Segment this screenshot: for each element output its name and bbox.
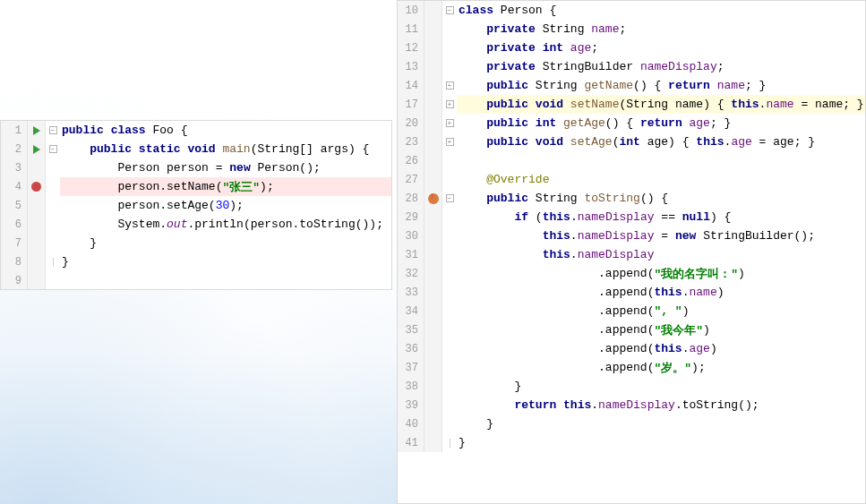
fold-gutter[interactable]: +	[442, 76, 457, 95]
token-kw: private	[486, 60, 536, 73]
code-text[interactable]: .append("我的名字叫：")	[457, 264, 865, 283]
fold-gutter[interactable]: −	[442, 189, 457, 208]
code-text[interactable]: public class Foo {	[60, 121, 391, 140]
fold-expand-icon[interactable]: +	[446, 100, 454, 108]
fold-gutter[interactable]: −	[46, 140, 60, 158]
code-text[interactable]: public void setAge(int age) { this.age =…	[457, 132, 865, 151]
code-line[interactable]: 28− public String toString() {	[398, 189, 865, 208]
token-kw: class	[459, 4, 493, 17]
code-text[interactable]: return this.nameDisplay.toString();	[457, 396, 865, 414]
code-text[interactable]: private String name;	[457, 20, 865, 38]
code-line[interactable]: 30 this.nameDisplay = new StringBuilder(…	[398, 226, 865, 245]
editor-pane-left[interactable]: 1−public class Foo {2− public static voi…	[0, 120, 392, 290]
fold-gutter[interactable]	[442, 433, 457, 452]
code-line[interactable]: 33 .append(this.name)	[398, 283, 865, 302]
code-line[interactable]: 1−public class Foo {	[1, 121, 391, 140]
fold-gutter[interactable]: +	[442, 114, 457, 132]
code-line[interactable]: 35 .append("我今年")	[398, 320, 865, 339]
code-text[interactable]: class Person {	[457, 1, 865, 20]
code-text[interactable]: this.nameDisplay = new StringBuilder();	[457, 226, 865, 245]
code-line[interactable]: 41}	[398, 433, 865, 452]
code-text[interactable]: public String toString() {	[457, 189, 865, 208]
code-text[interactable]: private StringBuilder nameDisplay;	[457, 57, 865, 76]
code-lines-right[interactable]: 10−class Person {11 private String name;…	[398, 1, 865, 503]
code-text[interactable]: }	[457, 377, 865, 396]
run-icon[interactable]	[33, 126, 40, 135]
code-line[interactable]: 37 .append("岁。");	[398, 358, 865, 377]
code-line[interactable]: 14+ public String getName() { return nam…	[398, 76, 865, 95]
override-icon[interactable]	[428, 193, 439, 204]
code-text[interactable]: Person person = new Person();	[60, 158, 391, 177]
code-line[interactable]: 39 return this.nameDisplay.toString();	[398, 396, 865, 414]
code-lines-left[interactable]: 1−public class Foo {2− public static voi…	[1, 121, 391, 289]
code-line[interactable]: 40 }	[398, 414, 865, 433]
code-text[interactable]: .append(this.name)	[457, 283, 865, 302]
fold-collapse-icon[interactable]: −	[49, 126, 57, 134]
fold-gutter[interactable]	[46, 252, 60, 271]
token-punc: .	[725, 135, 732, 149]
code-line[interactable]: 36 .append(this.age)	[398, 339, 865, 358]
code-line[interactable]: 9	[1, 271, 391, 289]
code-line[interactable]: 29 if (this.nameDisplay == null) {	[398, 208, 865, 226]
run-icon[interactable]	[33, 145, 40, 154]
code-line[interactable]: 12 private int age;	[398, 38, 865, 57]
code-text[interactable]: this.nameDisplay	[457, 245, 865, 264]
code-line[interactable]: 23+ public void setAge(int age) { this.a…	[398, 132, 865, 151]
code-line[interactable]: 8}	[1, 252, 391, 271]
code-line[interactable]: 17+ public void setName(String name) { t…	[398, 95, 865, 114]
fold-collapse-icon[interactable]: −	[49, 145, 57, 153]
gutter-status[interactable]	[28, 140, 46, 158]
code-text[interactable]: public String getName() { return name; }	[457, 76, 865, 95]
code-text[interactable]: @Override	[457, 170, 865, 189]
code-line[interactable]: 4 person.setName("张三");	[1, 177, 391, 196]
code-line[interactable]: 32 .append("我的名字叫：")	[398, 264, 865, 283]
code-text[interactable]: public int getAge() { return age; }	[457, 114, 865, 132]
fold-expand-icon[interactable]: +	[446, 138, 454, 146]
code-line[interactable]: 13 private StringBuilder nameDisplay;	[398, 57, 865, 76]
gutter-status[interactable]	[424, 189, 442, 208]
code-line[interactable]: 27 @Override	[398, 170, 865, 189]
fold-gutter[interactable]: −	[442, 1, 457, 20]
code-text[interactable]: }	[60, 234, 391, 252]
code-line[interactable]: 10−class Person {	[398, 1, 865, 20]
code-line[interactable]: 20+ public int getAge() { return age; }	[398, 114, 865, 132]
code-text[interactable]: .append(", ")	[457, 302, 865, 320]
code-line[interactable]: 31 this.nameDisplay	[398, 245, 865, 264]
code-line[interactable]: 2− public static void main(String[] args…	[1, 140, 391, 158]
code-line[interactable]: 6 System.out.println(person.toString());	[1, 215, 391, 234]
code-text[interactable]: .append("岁。");	[457, 358, 865, 377]
code-text[interactable]: person.setAge(30);	[60, 196, 391, 215]
code-line[interactable]: 5 person.setAge(30);	[1, 196, 391, 215]
fold-expand-icon[interactable]: +	[446, 119, 454, 127]
breakpoint-icon[interactable]	[31, 182, 41, 192]
gutter-status[interactable]	[28, 121, 46, 140]
code-line[interactable]: 7 }	[1, 234, 391, 252]
fold-expand-icon[interactable]: +	[446, 81, 454, 90]
code-text[interactable]: private int age;	[457, 38, 865, 57]
code-text[interactable]	[60, 271, 391, 289]
code-text[interactable]: if (this.nameDisplay == null) {	[457, 208, 865, 226]
code-line[interactable]: 34 .append(", ")	[398, 302, 865, 320]
code-line[interactable]: 26	[398, 151, 865, 170]
code-text[interactable]: person.setName("张三");	[60, 177, 391, 196]
code-text[interactable]: .append(this.age)	[457, 339, 865, 358]
code-text[interactable]: }	[60, 252, 391, 271]
fold-gutter[interactable]: −	[46, 121, 60, 140]
code-text[interactable]: }	[457, 414, 865, 433]
editor-pane-right[interactable]: 10−class Person {11 private String name;…	[397, 0, 866, 504]
code-text[interactable]: }	[457, 433, 865, 452]
code-line[interactable]: 11 private String name;	[398, 20, 865, 38]
code-text[interactable]: public void setName(String name) { this.…	[457, 95, 865, 114]
fold-gutter[interactable]: +	[442, 132, 457, 151]
gutter-status[interactable]	[28, 177, 46, 196]
fold-collapse-icon[interactable]: −	[446, 194, 454, 202]
code-text[interactable]: System.out.println(person.toString());	[60, 215, 391, 234]
code-line[interactable]: 3 Person person = new Person();	[1, 158, 391, 177]
fold-gutter[interactable]: +	[442, 95, 457, 114]
fold-collapse-icon[interactable]: −	[446, 6, 454, 14]
code-text[interactable]	[457, 151, 865, 170]
code-text[interactable]: public static void main(String[] args) {	[60, 140, 391, 158]
code-text[interactable]: .append("我今年")	[457, 320, 865, 339]
code-line[interactable]: 38 }	[398, 377, 865, 396]
line-number: 31	[398, 245, 424, 264]
